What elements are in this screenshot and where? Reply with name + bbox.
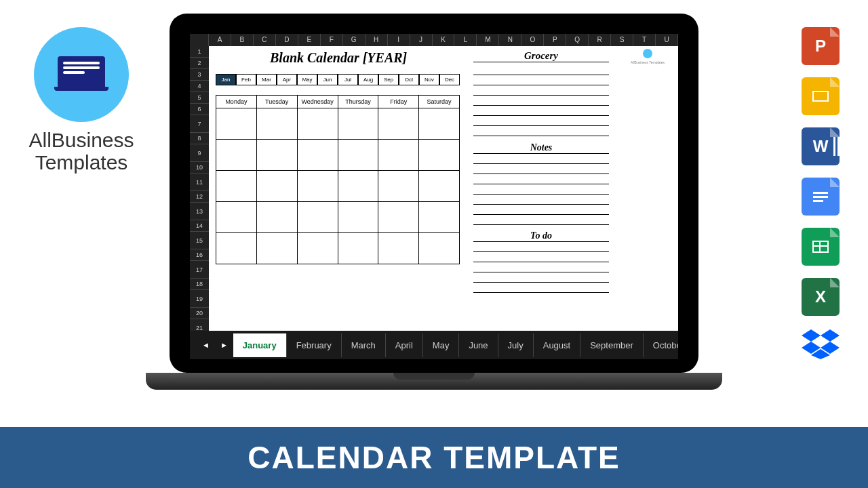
col-header[interactable]: H <box>366 34 388 46</box>
row-header[interactable]: 5 <box>190 92 209 104</box>
row-header[interactable]: 7 <box>190 115 209 133</box>
row-header[interactable]: 18 <box>190 279 209 290</box>
calendar-cell[interactable] <box>378 233 419 264</box>
month-tabs[interactable]: JanFebMarAprMayJunJulAugSepOctNovDec <box>216 74 460 85</box>
calendar-cell[interactable] <box>216 233 257 264</box>
calendar-cell[interactable] <box>378 171 419 202</box>
row-header[interactable]: 6 <box>190 104 209 115</box>
calendar-cell[interactable] <box>338 233 378 264</box>
row-header[interactable]: 12 <box>190 191 209 203</box>
col-header[interactable]: S <box>611 34 633 46</box>
sheet-tab[interactable]: March <box>342 333 386 357</box>
col-header[interactable]: T <box>633 34 656 46</box>
row-header[interactable]: 4 <box>190 81 209 92</box>
col-header[interactable]: I <box>388 34 410 46</box>
todo-section[interactable]: To do <box>473 228 609 293</box>
google-docs-icon[interactable] <box>802 178 840 216</box>
row-header[interactable]: 20 <box>190 308 209 319</box>
row-header[interactable]: 10 <box>190 162 209 174</box>
row-header[interactable]: 9 <box>190 144 209 162</box>
calendar-cell[interactable] <box>297 108 338 140</box>
month-tab[interactable]: Oct <box>399 74 419 85</box>
calendar-cell[interactable] <box>216 140 257 171</box>
notes-section[interactable]: Notes <box>473 140 609 225</box>
col-header[interactable]: K <box>433 34 455 46</box>
calendar-cell[interactable] <box>419 202 460 233</box>
col-header[interactable]: L <box>454 34 477 46</box>
col-header[interactable]: D <box>276 34 298 46</box>
row-header[interactable]: 3 <box>190 69 209 81</box>
calendar-cell[interactable] <box>297 140 338 171</box>
calendar-cell[interactable] <box>338 108 378 140</box>
tab-next-icon[interactable]: ► <box>215 341 233 349</box>
col-header[interactable]: Q <box>566 34 589 46</box>
sheet-tab[interactable]: September <box>580 333 644 357</box>
google-slides-icon[interactable] <box>802 77 840 115</box>
col-header[interactable]: E <box>298 34 321 46</box>
col-header[interactable]: G <box>343 34 366 46</box>
month-tab[interactable]: Mar <box>256 74 277 85</box>
calendar-cell[interactable] <box>419 108 460 140</box>
calendar-cell[interactable] <box>378 140 419 171</box>
col-header[interactable]: R <box>589 34 611 46</box>
month-tab[interactable]: Sep <box>378 74 399 85</box>
row-header[interactable]: 1 <box>190 46 209 58</box>
row-header[interactable]: 17 <box>190 261 209 279</box>
col-header[interactable]: P <box>544 34 566 46</box>
sheet-tab[interactable]: October <box>644 333 678 357</box>
row-header[interactable]: 8 <box>190 133 209 144</box>
calendar-cell[interactable] <box>419 233 460 264</box>
month-tab[interactable]: Apr <box>277 74 297 85</box>
row-header[interactable]: 16 <box>190 249 209 261</box>
grocery-lines[interactable] <box>473 65 609 136</box>
calendar-cell[interactable] <box>338 140 378 171</box>
calendar-cell[interactable] <box>297 202 338 233</box>
powerpoint-icon[interactable]: P <box>802 27 840 65</box>
month-tab[interactable]: Aug <box>358 74 378 85</box>
row-header[interactable]: 15 <box>190 232 209 249</box>
calendar-cell[interactable] <box>256 108 297 140</box>
sheet-tabs-bar[interactable]: ◄ ► JanuaryFebruaryMarchAprilMayJuneJuly… <box>190 331 678 359</box>
sheet-tab[interactable]: February <box>287 333 342 357</box>
row-header[interactable]: 13 <box>190 203 209 220</box>
calendar-cell[interactable] <box>378 108 419 140</box>
sheet-tab[interactable]: August <box>534 333 580 357</box>
month-tab[interactable]: Feb <box>236 74 256 85</box>
col-header[interactable]: U <box>656 34 678 46</box>
sheet-tab[interactable]: April <box>386 333 423 357</box>
month-tab[interactable]: Nov <box>419 74 439 85</box>
row-header[interactable]: 14 <box>190 220 209 232</box>
tab-prev-icon[interactable]: ◄ <box>197 341 215 349</box>
row-header[interactable]: 11 <box>190 174 209 191</box>
sheet-tab[interactable]: July <box>498 333 534 357</box>
month-tab[interactable]: Jun <box>317 74 338 85</box>
calendar-cell[interactable] <box>419 140 460 171</box>
calendar-cell[interactable] <box>256 233 297 264</box>
col-header[interactable]: F <box>321 34 343 46</box>
calendar-cell[interactable] <box>216 202 257 233</box>
calendar-cell[interactable] <box>256 140 297 171</box>
month-tab[interactable]: Dec <box>439 74 460 85</box>
calendar-cell[interactable] <box>338 202 378 233</box>
dropbox-icon[interactable] <box>802 328 840 359</box>
row-header[interactable]: 2 <box>190 58 209 69</box>
col-header[interactable]: A <box>209 34 231 46</box>
row-header[interactable]: 19 <box>190 290 209 308</box>
col-header[interactable]: O <box>521 34 544 46</box>
month-tab[interactable]: May <box>297 74 317 85</box>
excel-icon[interactable]: X <box>802 278 840 316</box>
col-header[interactable]: N <box>499 34 521 46</box>
calendar-cell[interactable] <box>256 171 297 202</box>
calendar-cell[interactable] <box>216 171 257 202</box>
col-header[interactable]: M <box>477 34 499 46</box>
calendar-cell[interactable] <box>297 233 338 264</box>
month-tab[interactable]: Jan <box>216 74 236 85</box>
calendar-cell[interactable] <box>297 171 338 202</box>
col-header[interactable]: J <box>410 34 433 46</box>
calendar-grid[interactable]: MondayTuesdayWednesdayThursdayFridaySatu… <box>216 95 460 264</box>
word-icon[interactable]: W <box>802 127 840 165</box>
sheet-tab[interactable]: May <box>423 333 460 357</box>
sheet-tab[interactable]: January <box>233 333 287 357</box>
calendar-cell[interactable] <box>256 202 297 233</box>
calendar-cell[interactable] <box>378 202 419 233</box>
